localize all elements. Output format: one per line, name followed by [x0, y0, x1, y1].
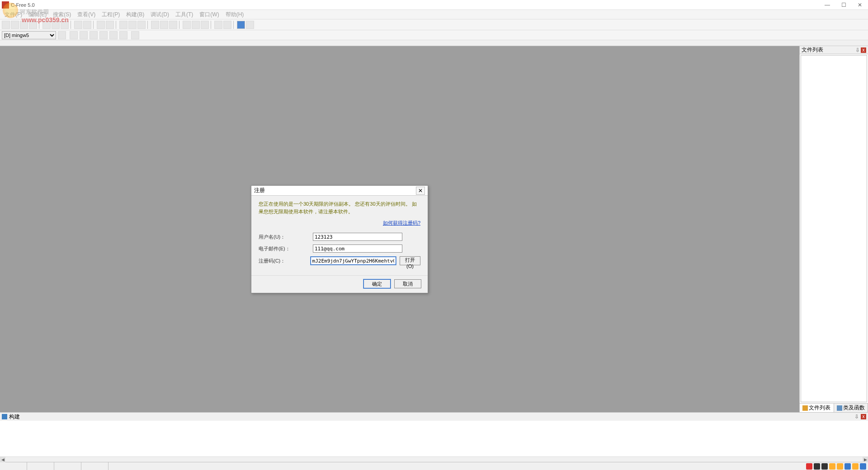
- cancel-button[interactable]: 取消: [394, 279, 421, 288]
- status-cell-3: [54, 462, 81, 470]
- toolbar-new-icon[interactable]: [2, 21, 10, 29]
- menu-search[interactable]: 搜索(S): [50, 10, 74, 19]
- toolbar-separator: [233, 21, 235, 29]
- menu-view[interactable]: 查看(V): [75, 10, 98, 19]
- email-input[interactable]: [313, 244, 402, 253]
- tab-file-list[interactable]: 文件列表: [800, 404, 834, 412]
- toolbar-build-icon[interactable]: [128, 21, 137, 29]
- menu-project[interactable]: 工程(P): [99, 10, 123, 19]
- debug-breakpoint-icon[interactable]: [131, 31, 139, 39]
- tray-skin-icon[interactable]: [852, 463, 859, 470]
- side-panel-tabs: 文件列表 类及函数: [800, 403, 868, 412]
- toolbar-about-icon[interactable]: [246, 21, 254, 29]
- build-panel-title: 构建: [9, 413, 20, 421]
- toolbar-copy-icon[interactable]: [52, 21, 60, 29]
- toolbar-separator: [179, 21, 181, 29]
- debug-stop-icon[interactable]: [90, 31, 98, 39]
- tab-class-func[interactable]: 类及函数: [834, 404, 868, 412]
- tray-face-icon[interactable]: [837, 463, 843, 470]
- toolbar-separator: [39, 21, 41, 29]
- dialog-titlebar[interactable]: 注册 ✕: [251, 186, 428, 196]
- debug-stepover-icon[interactable]: [99, 31, 108, 39]
- debug-pause-icon[interactable]: [80, 31, 88, 39]
- toolbar-save-icon[interactable]: [20, 21, 28, 29]
- side-panel-title: 文件列表: [802, 46, 823, 54]
- toolbar-separator: [147, 21, 149, 29]
- window-minimize-button[interactable]: —: [819, 0, 835, 10]
- open-file-button[interactable]: 打开(O): [400, 256, 420, 265]
- toolbar-redo-icon[interactable]: [83, 21, 91, 29]
- compiler-select[interactable]: [D] mingw5: [2, 31, 56, 39]
- menu-help[interactable]: 帮助(H): [223, 10, 247, 19]
- toolbar-rebuild-icon[interactable]: [137, 21, 146, 29]
- toolbar-bookmark-icon[interactable]: [183, 21, 191, 29]
- dialog-button-row: 确定 取消: [251, 275, 428, 293]
- scroll-right-icon[interactable]: ▶: [863, 457, 868, 462]
- toolbar-bookmark-next-icon[interactable]: [192, 21, 200, 29]
- menu-file[interactable]: 文件(F): [2, 10, 25, 19]
- pin-icon[interactable]: ⇩: [855, 47, 861, 53]
- side-close-button[interactable]: x: [861, 47, 866, 53]
- toolbar-outdent-icon[interactable]: [223, 21, 231, 29]
- menu-tools[interactable]: 工具(T): [173, 10, 196, 19]
- howto-register-link[interactable]: 如何获得注册码?: [383, 220, 420, 226]
- tray-settings-icon[interactable]: [860, 463, 866, 470]
- editor-area: 注册 ✕ 您正在使用的是一个30天期限的评估副本。 您还有30天的评估时间。 如…: [0, 46, 799, 412]
- toolbar-debug-icon[interactable]: [160, 21, 168, 29]
- toolbar-separator: [211, 21, 212, 29]
- toolbar-paste-icon[interactable]: [61, 21, 69, 29]
- toolbar-find-icon[interactable]: [97, 21, 105, 29]
- toolbar-run-icon[interactable]: [151, 21, 159, 29]
- toolbar-open-icon[interactable]: [11, 21, 19, 29]
- toolbar-help-icon[interactable]: [237, 21, 245, 29]
- menu-edit[interactable]: 编辑(E): [26, 10, 49, 19]
- window-close-button[interactable]: ✕: [852, 0, 868, 10]
- menu-build[interactable]: 构建(B): [123, 10, 147, 19]
- menu-window[interactable]: 窗口(W): [197, 10, 222, 19]
- window-maximize-button[interactable]: ☐: [835, 0, 852, 10]
- toolbar-cut-icon[interactable]: [42, 21, 51, 29]
- email-label: 电子邮件(E)：: [259, 245, 313, 252]
- tray-punct-icon[interactable]: [829, 463, 835, 470]
- build-scrollbar[interactable]: ◀ ▶: [0, 456, 868, 462]
- toolbar-undo-icon[interactable]: [74, 21, 82, 29]
- app-icon: [2, 1, 9, 9]
- dialog-close-button[interactable]: ✕: [416, 187, 425, 195]
- tab-file-list-label: 文件列表: [809, 404, 830, 412]
- regcode-input[interactable]: [311, 257, 396, 265]
- file-list-tree[interactable]: [801, 55, 867, 402]
- menu-debug[interactable]: 调试(D): [148, 10, 172, 19]
- toolbar-separator: [71, 21, 72, 29]
- dialog-message: 您正在使用的是一个30天期限的评估副本。 您还有30天的评估时间。 如果您想无限…: [259, 200, 420, 215]
- status-cell-2: [27, 462, 54, 470]
- system-tray: [806, 463, 868, 470]
- window-title: C-Free 5.0: [11, 2, 819, 8]
- compiler-toolbar: [D] mingw5: [0, 30, 868, 40]
- toolbar-indent-icon[interactable]: [214, 21, 222, 29]
- build-close-button[interactable]: x: [861, 414, 866, 419]
- debug-stepin-icon[interactable]: [109, 31, 118, 39]
- main-toolbar: [0, 19, 868, 30]
- ok-button[interactable]: 确定: [363, 279, 391, 288]
- debug-stepout-icon[interactable]: [119, 31, 127, 39]
- tray-keyboard-icon[interactable]: [844, 463, 851, 470]
- build-panel-header: 构建 ⇩ x: [0, 413, 868, 421]
- toolbar-bookmark-prev-icon[interactable]: [201, 21, 209, 29]
- toolbar-stop-icon[interactable]: [169, 21, 177, 29]
- toolbar-replace-icon[interactable]: [106, 21, 114, 29]
- username-input[interactable]: [313, 233, 402, 241]
- main-area: 注册 ✕ 您正在使用的是一个30天期限的评估副本。 您还有30天的评估时间。 如…: [0, 46, 868, 412]
- debug-start-icon[interactable]: [70, 31, 78, 39]
- toolbar-compile-icon[interactable]: [119, 21, 127, 29]
- menubar: 文件(F) 编辑(E) 搜索(S) 查看(V) 工程(P) 构建(B) 调试(D…: [0, 10, 868, 19]
- build-output-text[interactable]: [0, 421, 868, 456]
- scroll-left-icon[interactable]: ◀: [0, 457, 5, 462]
- editor-tabstrip[interactable]: [0, 40, 868, 46]
- tray-moon-icon[interactable]: [821, 463, 828, 470]
- tray-ime-icon[interactable]: [806, 463, 812, 470]
- compiler-config-icon[interactable]: [58, 31, 66, 39]
- pin-icon[interactable]: ⇩: [854, 414, 860, 420]
- status-cell-4: [81, 462, 108, 470]
- tray-lang-icon[interactable]: [814, 463, 820, 470]
- toolbar-saveall-icon[interactable]: [29, 21, 37, 29]
